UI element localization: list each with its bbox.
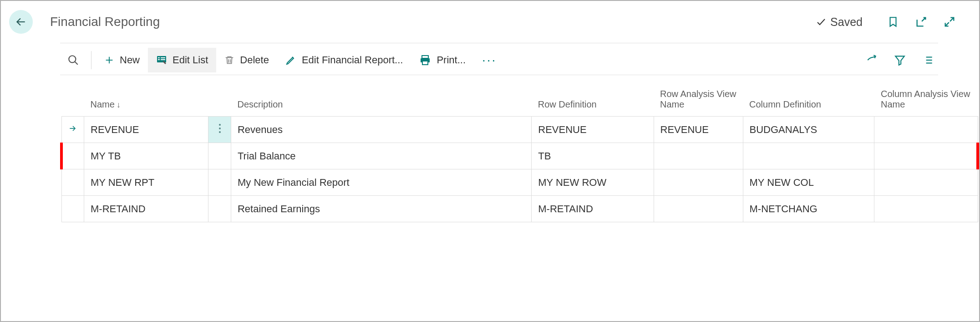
back-button[interactable] bbox=[9, 10, 33, 34]
cell-column-definition[interactable]: M-NETCHANG bbox=[743, 196, 874, 222]
cell-description[interactable]: Trial Balance bbox=[231, 143, 531, 169]
table-row[interactable]: MY NEW RPTMy New Financial ReportMY NEW … bbox=[61, 169, 978, 196]
svg-line-1 bbox=[950, 18, 954, 21]
cell-name[interactable]: REVENUE bbox=[84, 117, 208, 143]
table-row[interactable]: M-RETAINDRetained EarningsM-RETAINDM-NET… bbox=[61, 196, 978, 222]
svg-rect-11 bbox=[161, 59, 165, 60]
cell-row-analysis-view[interactable] bbox=[654, 143, 743, 169]
action-toolbar: New Edit List Delete Edit Financial Repo… bbox=[60, 45, 938, 75]
column-header-column-definition[interactable]: Column Definition bbox=[743, 86, 874, 117]
pencil-icon bbox=[285, 55, 296, 66]
trash-icon bbox=[224, 55, 234, 66]
cell-column-definition[interactable] bbox=[743, 143, 874, 169]
cell-row-analysis-view[interactable]: REVENUE bbox=[654, 117, 743, 143]
row-actions[interactable] bbox=[208, 169, 231, 196]
printer-icon bbox=[419, 55, 431, 66]
bookmark-icon bbox=[887, 15, 899, 29]
arrow-right-icon bbox=[68, 124, 77, 133]
row-selector[interactable] bbox=[61, 117, 84, 143]
popout-button[interactable] bbox=[910, 10, 933, 33]
share-icon bbox=[866, 54, 878, 66]
cell-column-definition[interactable]: MY NEW COL bbox=[743, 169, 874, 196]
cell-description[interactable]: Retained Earnings bbox=[231, 196, 531, 222]
row-actions[interactable] bbox=[208, 196, 231, 222]
financial-reporting-grid: Name↓ Description Row Definition Row Ana… bbox=[60, 86, 979, 222]
plus-icon bbox=[104, 55, 114, 65]
search-icon bbox=[67, 54, 79, 66]
print-button[interactable]: Print... bbox=[411, 48, 474, 72]
row-selector[interactable] bbox=[61, 196, 84, 222]
page-title: Financial Reporting bbox=[50, 15, 160, 29]
saved-indicator: Saved bbox=[816, 15, 863, 29]
svg-point-3 bbox=[69, 56, 76, 62]
row-actions[interactable] bbox=[208, 143, 231, 169]
svg-point-27 bbox=[219, 131, 221, 133]
filter-button[interactable] bbox=[890, 50, 910, 70]
svg-point-25 bbox=[219, 124, 221, 126]
cell-name[interactable]: M-RETAIND bbox=[84, 196, 208, 222]
svg-rect-8 bbox=[158, 57, 160, 58]
expand-icon bbox=[943, 15, 956, 28]
list-view-button[interactable] bbox=[918, 50, 938, 70]
cell-column-analysis-view[interactable] bbox=[874, 117, 978, 143]
svg-marker-17 bbox=[895, 56, 904, 65]
table-row[interactable]: REVENUERevenuesREVENUEREVENUEBUDGANALYS bbox=[61, 117, 978, 143]
cell-row-analysis-view[interactable] bbox=[654, 169, 743, 196]
saved-label: Saved bbox=[830, 15, 863, 29]
edit-financial-report-label: Edit Financial Report... bbox=[302, 54, 403, 66]
row-selector[interactable] bbox=[61, 169, 84, 196]
cell-row-analysis-view[interactable] bbox=[654, 196, 743, 222]
cell-column-analysis-view[interactable] bbox=[874, 196, 978, 222]
edit-list-label: Edit List bbox=[173, 54, 208, 66]
expand-button[interactable] bbox=[938, 10, 961, 33]
checkmark-icon bbox=[816, 16, 827, 27]
cell-row-definition[interactable]: REVENUE bbox=[532, 117, 654, 143]
svg-line-4 bbox=[75, 61, 78, 65]
bookmark-button[interactable] bbox=[882, 10, 904, 33]
cell-column-definition[interactable]: BUDGANALYS bbox=[743, 117, 874, 143]
row-selector[interactable] bbox=[61, 143, 84, 169]
cell-column-analysis-view[interactable] bbox=[874, 169, 978, 196]
cell-row-definition[interactable]: M-RETAIND bbox=[532, 196, 654, 222]
cell-description[interactable]: My New Financial Report bbox=[231, 169, 531, 196]
svg-rect-9 bbox=[161, 57, 165, 58]
share-button[interactable] bbox=[862, 50, 882, 70]
kebab-icon bbox=[218, 123, 221, 133]
new-label: New bbox=[120, 54, 140, 66]
list-icon bbox=[922, 54, 934, 66]
page-header: Financial Reporting Saved bbox=[1, 1, 979, 43]
filter-icon bbox=[894, 54, 906, 66]
sort-descending-icon: ↓ bbox=[117, 100, 121, 109]
table-row[interactable]: MY TBTrial BalanceTB bbox=[61, 143, 978, 169]
delete-button[interactable]: Delete bbox=[216, 48, 277, 72]
cell-column-analysis-view[interactable] bbox=[874, 143, 978, 169]
print-label: Print... bbox=[437, 54, 466, 66]
delete-label: Delete bbox=[240, 54, 269, 66]
edit-list-button[interactable]: Edit List bbox=[148, 48, 216, 72]
cell-row-definition[interactable]: MY NEW ROW bbox=[532, 169, 654, 196]
edit-financial-report-button[interactable]: Edit Financial Report... bbox=[277, 48, 411, 72]
cell-name[interactable]: MY NEW RPT bbox=[84, 169, 208, 196]
cell-name[interactable]: MY TB bbox=[84, 143, 208, 169]
search-button[interactable] bbox=[60, 47, 86, 73]
new-button[interactable]: New bbox=[96, 48, 148, 72]
column-header-column-analysis-view[interactable]: Column Analysis View Name bbox=[874, 86, 978, 117]
svg-rect-10 bbox=[158, 59, 160, 60]
edit-list-icon bbox=[156, 55, 167, 66]
cell-row-definition[interactable]: TB bbox=[532, 143, 654, 169]
column-header-row-definition[interactable]: Row Definition bbox=[532, 86, 654, 117]
svg-point-26 bbox=[219, 128, 221, 129]
row-actions[interactable] bbox=[208, 117, 231, 143]
svg-rect-16 bbox=[422, 61, 428, 65]
column-header-row-analysis-view[interactable]: Row Analysis View Name bbox=[654, 86, 743, 117]
more-actions-button[interactable]: ··· bbox=[474, 48, 505, 72]
column-header-description[interactable]: Description bbox=[231, 86, 531, 117]
svg-rect-14 bbox=[422, 56, 428, 58]
popout-icon bbox=[915, 15, 928, 28]
svg-line-2 bbox=[945, 22, 949, 26]
cell-description[interactable]: Revenues bbox=[231, 117, 531, 143]
column-header-name[interactable]: Name↓ bbox=[84, 86, 208, 117]
arrow-left-icon bbox=[15, 16, 27, 28]
